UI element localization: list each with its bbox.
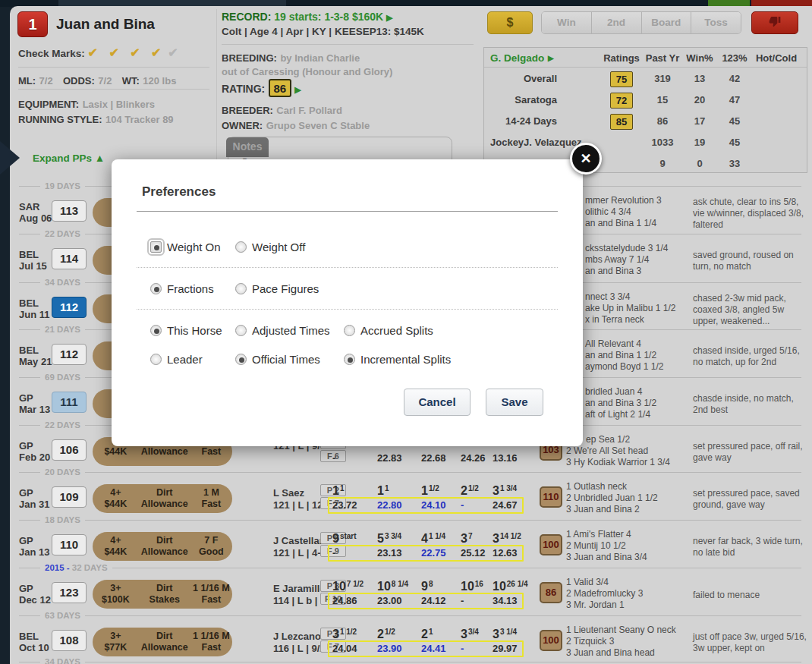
expand-pps-link[interactable]: Expand PPs ▲ bbox=[33, 153, 105, 164]
close-icon[interactable]: ✕ bbox=[570, 143, 602, 175]
running-line-call: 108 1/4 bbox=[377, 579, 408, 593]
trainer-link[interactable]: G. Delgado bbox=[490, 52, 544, 64]
fraction-value: 34.13 bbox=[493, 595, 518, 606]
fraction-value: 23.13 bbox=[377, 547, 402, 559]
radio-option-adjusted-times[interactable]: Adjusted Times bbox=[235, 322, 330, 338]
radio-option-this-horse[interactable]: This Horse bbox=[150, 322, 222, 338]
radio-button-icon[interactable] bbox=[235, 283, 247, 294]
separator-dash bbox=[19, 329, 40, 330]
stats-value: 45 bbox=[729, 137, 740, 148]
speed-figure[interactable]: 108 bbox=[52, 630, 87, 651]
odds-row: ML: 7/2 ODDS: 7/2 WT: 120 lbs bbox=[18, 74, 176, 87]
speed-figure[interactable]: 106 bbox=[52, 439, 87, 461]
notes-tab[interactable]: Notes bbox=[226, 137, 269, 157]
conditions-cell: Allowance bbox=[139, 446, 190, 458]
divider bbox=[222, 44, 474, 45]
ml-label: ML: bbox=[18, 75, 36, 87]
trainer-jockey-stats-table: G. Delgado ▶ RatingsPast YrWin%123%Hot/C… bbox=[483, 47, 807, 173]
divider bbox=[137, 211, 558, 212]
pick-button-board[interactable]: Board bbox=[642, 12, 692, 33]
radio-option-leader[interactable]: Leader bbox=[150, 351, 203, 367]
divider bbox=[18, 89, 209, 90]
running-line-call: 31 1/2 bbox=[332, 627, 357, 641]
check-marks-label: Check Marks: bbox=[18, 48, 85, 59]
radio-button-icon[interactable] bbox=[235, 241, 247, 253]
separator-dash bbox=[19, 568, 40, 568]
radio-button-icon[interactable] bbox=[150, 241, 162, 253]
radio-button-icon[interactable] bbox=[150, 283, 162, 294]
conditions-cell: DirtAllowance bbox=[139, 535, 190, 558]
stats-value: 1033 bbox=[652, 137, 674, 148]
separator-dash bbox=[19, 282, 40, 283]
horse-name: Juan and Bina bbox=[56, 16, 155, 33]
speed-figure[interactable]: 112 bbox=[52, 297, 87, 318]
divider bbox=[137, 267, 558, 268]
radio-button-icon[interactable] bbox=[235, 354, 247, 365]
rating-row: RATING: 86 ▶ bbox=[222, 79, 301, 97]
running-line-call: 1026 1/4 bbox=[493, 579, 528, 593]
radio-label: Incremental Splits bbox=[360, 353, 451, 366]
check-mark-gray-icon[interactable]: ✔ bbox=[168, 46, 181, 59]
speed-figure[interactable]: 109 bbox=[52, 486, 87, 508]
rating-value-box[interactable]: 86 bbox=[269, 79, 291, 97]
breeding-dam: out of Caressing (Honour and Glory) bbox=[222, 66, 392, 77]
radio-option-incremental-splits[interactable]: Incremental Splits bbox=[344, 351, 451, 367]
speed-figure[interactable]: 111 bbox=[52, 392, 87, 413]
speed-figure[interactable]: 112 bbox=[52, 344, 87, 365]
speed-figure[interactable]: 110 bbox=[52, 534, 87, 555]
race-rating-badge: 86 bbox=[540, 582, 562, 603]
stats-rating-box[interactable]: 85 bbox=[610, 114, 633, 130]
running-style-label: RUNNING STYLE: bbox=[18, 114, 102, 125]
race-conditions-pill: 3+$100KDirtStakes1 1/16 MFast bbox=[93, 580, 232, 609]
record-row: RECORD: 19 starts: 1-3-8 $160K ▶ bbox=[222, 11, 393, 23]
fraction-value: 22.75 bbox=[421, 547, 446, 559]
radio-label: Adjusted Times bbox=[252, 324, 330, 337]
separator-label: 22 DAYS bbox=[40, 229, 85, 238]
fraction-value: 23.72 bbox=[332, 499, 357, 511]
speed-figure[interactable]: 114 bbox=[52, 248, 87, 269]
race-rating-badge: 110 bbox=[540, 486, 562, 508]
running-style-value: 104 Tracker 89 bbox=[105, 114, 174, 125]
speed-figure[interactable]: 113 bbox=[52, 200, 87, 222]
fraction-value: 23.90 bbox=[377, 643, 402, 654]
radio-button-icon[interactable] bbox=[235, 325, 247, 336]
radio-option-fractions[interactable]: Fractions bbox=[150, 280, 214, 297]
top-finishers: 1 Outlash neck2 Unbridled Juan 1 1/23 Ju… bbox=[566, 477, 691, 518]
radio-button-icon[interactable] bbox=[150, 354, 162, 365]
owner-label: OWNER: bbox=[222, 120, 263, 131]
radio-option-official-times[interactable]: Official Times bbox=[235, 351, 320, 367]
toss-thumbs-down-button[interactable] bbox=[751, 11, 798, 34]
speed-figure[interactable]: 123 bbox=[52, 582, 87, 603]
race-rating-badge: 100 bbox=[540, 534, 562, 555]
radio-option-weight-on[interactable]: Weight On bbox=[150, 238, 221, 255]
save-button[interactable]: Save bbox=[486, 389, 543, 416]
radio-button-icon[interactable] bbox=[344, 354, 355, 365]
stats-rating-box[interactable]: 72 bbox=[610, 93, 633, 109]
stats-value: 9 bbox=[659, 158, 665, 169]
pick-button-2nd[interactable]: 2nd bbox=[592, 12, 642, 33]
race-conditions-pill: 4+$44KDirtAllowance7 FGood bbox=[93, 532, 232, 561]
separator-label: 69 DAYS bbox=[40, 373, 85, 382]
record-expand-arrow-icon[interactable]: ▶ bbox=[386, 13, 392, 22]
trainer-expand-arrow-icon[interactable]: ▶ bbox=[548, 54, 554, 62]
rating-label: RATING: bbox=[222, 83, 265, 95]
radio-button-icon[interactable] bbox=[344, 325, 355, 336]
radio-button-icon[interactable] bbox=[150, 325, 162, 336]
separator-label: 18 DAYS bbox=[40, 515, 85, 524]
stats-rating-box[interactable]: 75 bbox=[610, 71, 633, 87]
running-line-call: 107 1/2 bbox=[332, 579, 364, 593]
radio-option-accrued-splits[interactable]: Accrued Splits bbox=[344, 322, 433, 338]
fraction-value: 12.63 bbox=[493, 547, 518, 559]
check-mark-gold-icons[interactable]: ✔ ✔ ✔ ✔ bbox=[88, 46, 165, 59]
cancel-button[interactable]: Cancel bbox=[404, 389, 471, 416]
day-separator: 18 DAYS bbox=[19, 514, 806, 526]
radio-option-pace-figures[interactable]: Pace Figures bbox=[235, 280, 319, 297]
pick-button-win[interactable]: Win bbox=[542, 12, 592, 33]
radio-option-weight-off[interactable]: Weight Off bbox=[235, 238, 305, 255]
rating-expand-arrow-icon[interactable]: ▶ bbox=[294, 85, 301, 94]
pick-button-toss[interactable]: Toss bbox=[691, 12, 741, 33]
horse-profile: Colt | Age 4 | Apr | KY | KEESEP13: $145… bbox=[222, 26, 424, 37]
day-separator: 34 DAYS bbox=[19, 656, 806, 664]
wager-dollar-button[interactable]: $ bbox=[487, 11, 533, 34]
race-track-date: GPDec 12 bbox=[19, 583, 51, 606]
